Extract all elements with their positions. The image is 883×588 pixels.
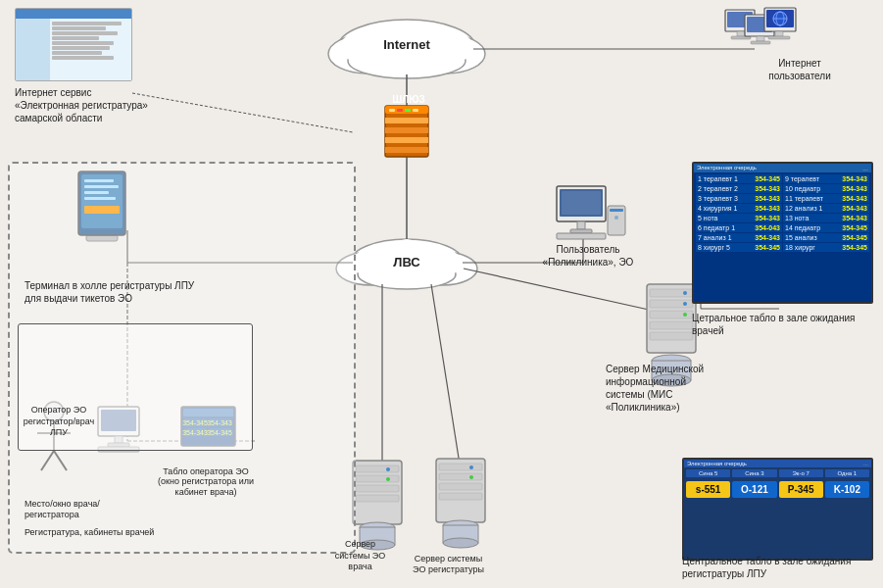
sc-cell: 2 терапевт 2354-343: [696, 184, 782, 193]
val-p345: P-345: [779, 481, 823, 498]
operator-label: Оператор ЭО регистратор/врач ЛПУ: [20, 405, 98, 439]
gateway-label: ШЛЮЗ: [389, 93, 428, 106]
svg-point-73: [360, 522, 395, 532]
internet-users-label: Интернет пользователи: [760, 57, 839, 82]
svg-rect-112: [757, 36, 764, 41]
val-k102: K-102: [825, 481, 869, 498]
sc-cell: 7 анализ 1354-343: [696, 233, 782, 242]
svg-rect-84: [443, 525, 478, 543]
svg-point-82: [469, 475, 473, 479]
svg-rect-58: [650, 321, 693, 329]
val-o121: O-121: [732, 481, 776, 498]
svg-rect-18: [405, 109, 411, 112]
svg-rect-55: [650, 289, 693, 297]
svg-rect-48: [577, 221, 585, 229]
svg-rect-14: [385, 137, 428, 143]
internet-service-label: Интернет сервис «Электронная регистратур…: [15, 86, 157, 124]
svg-rect-120: [768, 36, 790, 39]
svg-rect-79: [439, 483, 482, 490]
sc-cell: 11 терапевт354-343: [783, 194, 869, 203]
svg-rect-106: [725, 10, 755, 31]
tablo-operator-label: Табло оператора ЭО (окно регистратора ил…: [157, 466, 255, 498]
svg-rect-111: [747, 17, 772, 32]
user-polyclinic-label: Пользователь «Поликлиника», ЭО: [539, 243, 637, 269]
svg-rect-19: [413, 109, 418, 112]
diagram-container: 354-345 354-343 354-343 354-345: [0, 0, 883, 588]
terminal-label: Терминал в холле регистратуры ЛПУ для вы…: [25, 279, 196, 305]
svg-rect-46: [560, 189, 603, 217]
sc-cell: 8 хирург 5354-345: [696, 243, 782, 252]
scoreboard-doctors-label: Цетральное табло в зале ожидания врачей: [692, 312, 873, 337]
scoreboard-br-values: s-551 O-121 P-345 K-102: [684, 479, 871, 500]
scoreboard-br-tabs: Сина 5 Сина 3 Эк-о 7 Одна 1: [684, 467, 871, 479]
svg-point-62: [683, 313, 687, 317]
sc-cell: 1 терапевт 1354-345: [696, 174, 782, 183]
sc-cell: 13 нота354-343: [783, 214, 869, 222]
svg-line-29: [431, 284, 461, 470]
svg-rect-45: [557, 186, 606, 221]
sc-cell: 9 терапевт354-343: [783, 174, 869, 183]
svg-rect-15: [385, 147, 428, 153]
scoreboard-doctors: Электронная очередь ... 1 терапевт 1354-…: [692, 162, 873, 304]
svg-rect-113: [751, 41, 770, 44]
svg-rect-68: [356, 475, 399, 482]
svg-rect-17: [397, 109, 403, 112]
svg-rect-54: [647, 284, 696, 353]
svg-point-116: [773, 12, 787, 25]
svg-rect-10: [385, 106, 428, 157]
sc-cell: 12 анализ 1354-343: [783, 204, 869, 213]
server-eo-vrach-label: Сервер системы ЭО врача: [328, 539, 392, 573]
svg-rect-59: [650, 332, 693, 340]
svg-rect-67: [356, 466, 399, 472]
svg-rect-49: [570, 229, 592, 233]
svg-rect-52: [610, 209, 623, 212]
svg-rect-66: [353, 461, 402, 524]
svg-rect-80: [439, 493, 482, 500]
svg-rect-77: [439, 464, 482, 470]
svg-rect-70: [356, 495, 399, 502]
svg-point-81: [469, 466, 473, 469]
svg-point-60: [683, 291, 687, 295]
svg-rect-76: [436, 459, 485, 522]
svg-point-53: [614, 216, 618, 220]
sc-cell: 14 педиатр354-345: [783, 223, 869, 232]
server-mis-label: Сервер Медицинской информационной систем…: [606, 363, 723, 414]
svg-line-26: [464, 269, 666, 314]
sc-cell: 5 нота354-343: [696, 214, 782, 222]
server-reg-label: Сервер системы ЭО регистратуры: [412, 554, 485, 576]
sc-cell: 10 педиатр354-343: [783, 184, 869, 193]
tab-sina5: Сина 5: [686, 469, 730, 477]
val-s551: s-551: [686, 481, 730, 498]
internet-label: Internet: [368, 37, 446, 54]
svg-rect-115: [766, 10, 794, 27]
svg-rect-109: [731, 36, 751, 39]
scoreboard-registratura-label: Центральное табло в зале ожидания регист…: [682, 555, 873, 580]
sc-cell: 18 хирург354-345: [783, 243, 869, 252]
tab-sina3: Сина 3: [732, 469, 776, 477]
sc-cell: 15 анализ354-345: [783, 233, 869, 242]
scoreboard-registratura: Электронная очередь ... Сина 5 Сина 3 Эк…: [682, 458, 873, 561]
svg-rect-69: [356, 485, 399, 492]
tab-odna1: Одна 1: [825, 469, 869, 477]
svg-rect-13: [385, 127, 428, 133]
svg-rect-12: [385, 118, 428, 123]
svg-point-117: [776, 12, 784, 25]
scoreboard-grid: 1 терапевт 1354-345 9 терапевт354-343 2 …: [694, 172, 871, 254]
svg-rect-57: [650, 311, 693, 318]
svg-rect-56: [650, 300, 693, 308]
sc-cell: 6 педиатр 1354-043: [696, 223, 782, 232]
svg-rect-51: [608, 206, 625, 235]
lvs-label: ЛВС: [377, 255, 436, 271]
svg-point-72: [386, 477, 390, 481]
svg-point-85: [443, 538, 478, 548]
svg-rect-107: [727, 12, 753, 27]
svg-rect-119: [775, 31, 783, 36]
svg-rect-110: [745, 15, 774, 36]
sc-cell: 4 хирургия 1354-343: [696, 204, 782, 213]
svg-rect-47: [562, 191, 601, 215]
reg-kabinety-label: Регистратура, кабинеты врачей: [25, 527, 181, 539]
svg-rect-50: [557, 233, 606, 239]
svg-point-71: [386, 467, 390, 471]
svg-point-61: [683, 302, 687, 306]
scoreboard-header: Электронная очередь ...: [694, 164, 871, 172]
